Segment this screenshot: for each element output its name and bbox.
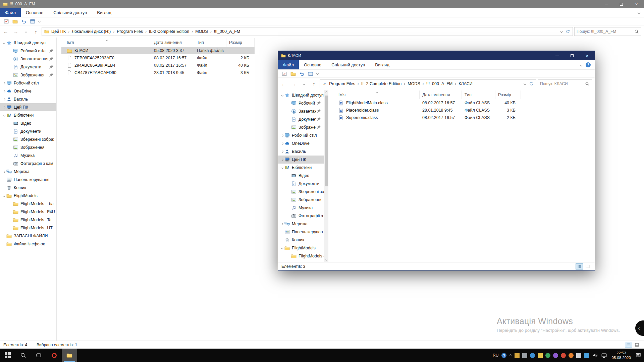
network-icon[interactable] [601, 352, 607, 358]
forward-button[interactable]: → [289, 79, 298, 88]
sidebar-item-videos[interactable]: Відео [278, 172, 324, 180]
address-bar[interactable]: Цей ПК›Локальний диск (H:)›Program Files… [42, 27, 573, 36]
sidebar-item-flightmodels-f4u[interactable]: FlightModels--F4U [0, 208, 56, 216]
chevron-down-icon[interactable] [280, 247, 284, 249]
minimize-button[interactable] [599, 0, 614, 8]
chevron-down-icon[interactable] [280, 95, 284, 96]
qat-button[interactable] [298, 70, 306, 77]
menu-tab-share[interactable]: Спільний доступ [48, 8, 92, 17]
sidebar-item-recycle-bin[interactable]: Кошик [0, 184, 56, 192]
chevron-right-icon[interactable] [2, 99, 6, 100]
breadcrumb-item[interactable]: Program Files [327, 81, 358, 86]
sidebar-item-control-panel[interactable]: Панель керування [0, 176, 56, 184]
ribbon-expand-icon[interactable] [580, 63, 583, 66]
tray-app-5[interactable] [545, 353, 550, 358]
tray-app-8[interactable] [569, 353, 574, 358]
sidebar-item-libraries[interactable]: Бібліотеки [0, 111, 56, 119]
sidebar-item-music-lib[interactable]: Музика [278, 204, 324, 212]
column-header-date-modified[interactable]: Дата змінення [151, 38, 194, 47]
sidebar-item-camera-roll[interactable]: Фотографії з кам [0, 160, 56, 168]
qat-button[interactable] [289, 70, 297, 77]
column-header-date-modified[interactable]: Дата змінення [420, 90, 462, 99]
chevron-right-icon[interactable] [2, 82, 6, 84]
sidebar-item-desktop-pinned[interactable]: Робочий стіл [0, 47, 56, 55]
column-header-type[interactable]: Тип [462, 90, 495, 99]
search-box[interactable] [538, 79, 592, 88]
breadcrumb-item[interactable]: IL-2 Complete Edition [147, 29, 192, 34]
column-header-size[interactable]: Розмір [495, 90, 521, 99]
titlebar-foreground-window[interactable]: КЛАСИ × [278, 51, 595, 60]
chevron-right-icon[interactable] [280, 135, 284, 136]
sidebar-item-desktop[interactable]: Робочий стіл [278, 131, 324, 139]
chevron-right-icon[interactable] [2, 171, 6, 173]
sidebar-item-flightmodels-ba[interactable]: FlightModels – ба [0, 200, 56, 208]
address-bar[interactable]: « Program Files›IL-2 Complete Edition›MO… [320, 79, 536, 88]
menu-tab-home[interactable]: Основне [21, 8, 48, 17]
chevron-down-icon[interactable] [2, 42, 6, 44]
clock[interactable]: 22:53 05.08.2020 [610, 351, 632, 360]
file-row[interactable]: CB4787E2ABCAFD9028.01.2018 9:45Файл3 КБ [61, 69, 255, 76]
start-button[interactable] [0, 349, 15, 362]
tray-app-1[interactable] [515, 353, 520, 358]
sidebar-item-camera-roll[interactable]: Фотографії з к [278, 212, 324, 220]
breadcrumb-item[interactable]: MODS [405, 81, 423, 86]
sidebar-item-user-vasyl[interactable]: Василь [0, 95, 56, 103]
menu-tab-view[interactable]: Вигляд [370, 60, 394, 69]
search-input[interactable] [540, 81, 584, 86]
sidebar-item-quick-access[interactable]: Швидкий доступ [0, 39, 56, 47]
tray-app-4[interactable] [538, 353, 543, 358]
sidebar-item-saved-pictures[interactable]: Збережені зобра: [0, 135, 56, 143]
chevron-right-icon[interactable] [280, 143, 284, 144]
file-row[interactable]: 7EB08F4A25293AE008.02.2017 16:57Файл2 КБ [61, 54, 255, 62]
volume-icon[interactable] [592, 352, 598, 358]
task-view-button[interactable] [31, 349, 46, 362]
sidebar-item-onedrive[interactable]: OneDrive [278, 139, 324, 147]
sidebar-item-flightmodels-ta[interactable]: FlightModels--Ta- [0, 216, 56, 224]
scroll-down-icon[interactable] [325, 257, 327, 262]
details-view-button[interactable] [576, 263, 583, 269]
minimize-button[interactable] [549, 51, 565, 60]
breadcrumb-item[interactable]: !!!_000_A_FM [424, 81, 455, 86]
up-button[interactable]: ↑ [310, 79, 318, 88]
file-row[interactable]: 294ABC86A89FAEB408.02.2017 16:57Файл40 К… [61, 62, 255, 69]
up-button[interactable]: ↑ [32, 27, 40, 36]
sidebar-item-control-panel[interactable]: Панель керуван [278, 228, 324, 236]
sidebar-item-videos[interactable]: Відео [0, 119, 56, 127]
sidebar-item-downloads-pinned[interactable]: Завантажен [278, 107, 324, 115]
refresh-icon[interactable] [529, 81, 534, 86]
taskbar-search-button[interactable] [15, 349, 31, 362]
menu-tab-file[interactable]: Файл [0, 8, 21, 17]
maximize-button[interactable] [614, 0, 629, 8]
titlebar-background-window[interactable]: !!!_000_A_FM × [0, 0, 644, 8]
scrollbar-thumb[interactable] [325, 96, 328, 186]
thumbnails-view-button[interactable] [584, 263, 591, 269]
chevron-down-icon[interactable] [280, 167, 284, 169]
qat-button[interactable] [29, 18, 36, 25]
qat-button[interactable] [281, 70, 288, 77]
sidebar-item-saved-pictures[interactable]: Збережені зоб [278, 188, 324, 196]
search-box[interactable] [574, 27, 641, 36]
forward-button[interactable]: → [11, 27, 20, 36]
recent-locations-button[interactable] [300, 79, 308, 88]
sidebar-item-this-pc[interactable]: Цей ПК [278, 156, 324, 164]
search-input[interactable] [577, 29, 633, 34]
breadcrumb-item[interactable]: Program Files [114, 29, 145, 34]
column-header-type[interactable]: Тип [194, 38, 226, 47]
refresh-icon[interactable] [566, 29, 570, 34]
tray-app-9[interactable] [576, 353, 581, 358]
tray-app-7[interactable] [561, 353, 566, 358]
maximize-button[interactable] [565, 51, 580, 60]
qat-button[interactable] [11, 18, 19, 25]
tray-app-10[interactable] [584, 353, 589, 358]
sidebar-item-flightmodels-ut[interactable]: FlightModels--UT- [0, 224, 56, 232]
column-header-name[interactable]: Ім'я [61, 38, 151, 47]
breadcrumb-item[interactable]: IL-2 Complete Edition [359, 81, 404, 86]
sidebar-item-documents-lib[interactable]: Документи [278, 180, 324, 188]
help-tray-icon[interactable]: ? [501, 353, 506, 358]
sidebar-item-flightmodels-ba[interactable]: FlightModels – [278, 252, 324, 260]
taskbar-opera-button[interactable] [46, 349, 62, 362]
menu-tab-file[interactable]: Файл [278, 60, 299, 69]
action-center-icon[interactable] [635, 352, 641, 358]
qat-customize-button[interactable] [316, 72, 319, 75]
ribbon-expand-icon[interactable] [638, 11, 640, 14]
